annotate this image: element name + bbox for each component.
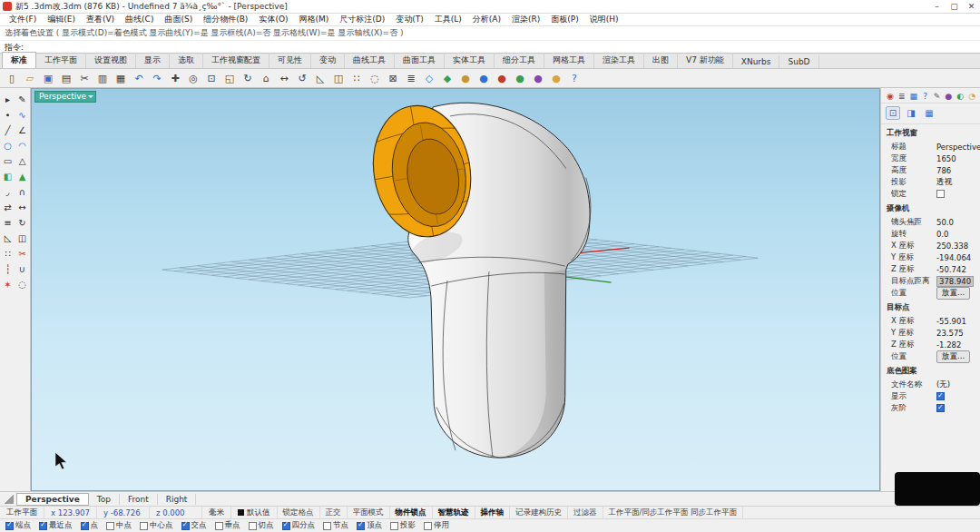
line-icon[interactable]: ╱ (1, 123, 15, 137)
property-value[interactable]: -194.064 (936, 253, 980, 262)
viewport-tab[interactable]: Right (158, 494, 197, 505)
toolbar-tab[interactable]: 渲染工具 (594, 53, 644, 68)
menu-item[interactable]: 尺寸标注(D) (334, 14, 390, 25)
menu-item[interactable]: 查看(V) (81, 14, 120, 25)
osnap-checkbox[interactable]: 切点 (249, 520, 274, 531)
viewport-tab[interactable]: Top (89, 494, 120, 505)
shaded-mode-icon[interactable]: ◆ (438, 70, 456, 86)
wireframe-mode-icon[interactable]: ◇ (420, 70, 438, 86)
maximize-button[interactable]: ▢ (946, 0, 963, 13)
toolbar-tab[interactable]: 选取 (170, 53, 203, 68)
property-value[interactable]: 250.338 (936, 241, 980, 251)
status-toggle[interactable]: 智慧轨迹 (433, 507, 475, 518)
transform-icon[interactable]: ⇄ (1, 200, 15, 214)
rendered-mode-icon[interactable]: ● (456, 70, 475, 86)
lock-icon[interactable]: ⊠ (384, 70, 402, 86)
status-toggle[interactable]: 过滤器 (568, 507, 603, 518)
display-sphere-purple-icon[interactable]: ● (529, 70, 547, 86)
split-icon[interactable]: ┆ (1, 261, 15, 276)
checkbox-icon[interactable] (424, 522, 432, 530)
help-panel-icon[interactable]: ? (921, 91, 930, 101)
osnap-checkbox[interactable]: 停用 (424, 520, 449, 531)
mirror-icon[interactable]: ◫ (329, 70, 348, 86)
menu-item[interactable]: 文件(F) (4, 14, 42, 25)
status-toggle[interactable]: 锁定格点 (278, 507, 320, 518)
property-value[interactable]: 0.0 (936, 230, 980, 239)
osnap-checkbox[interactable]: 中点 (106, 520, 132, 531)
toolbar-tab[interactable]: 变动 (311, 53, 345, 68)
wallpaper-page-icon[interactable]: ▦ (922, 106, 936, 120)
array-tool-icon[interactable]: ∷ (1, 246, 15, 261)
toolbar-tab[interactable]: SubD (779, 55, 818, 68)
menu-item[interactable]: 网格(M) (293, 14, 334, 25)
display-panel-icon[interactable]: ▦ (909, 91, 918, 101)
close-button[interactable]: ✕ (963, 0, 980, 13)
minimize-button[interactable]: – (928, 0, 946, 13)
viewport-tab[interactable]: Perspective (16, 493, 89, 506)
point-icon[interactable]: ∙ (1, 107, 15, 122)
toolbar-tab[interactable]: 网格工具 (544, 53, 594, 68)
home-view-icon[interactable]: ⌂ (257, 70, 275, 86)
selection-brush-icon[interactable]: ✎ (15, 92, 29, 106)
move-icon[interactable]: ↔ (275, 70, 293, 86)
property-value[interactable]: 23.575 (936, 329, 980, 338)
polyline-icon[interactable]: ∠ (15, 123, 29, 137)
menu-item[interactable]: 说明(H) (584, 14, 624, 25)
polygon-icon[interactable]: △ (15, 153, 29, 168)
viewport-title-label[interactable]: Perspective (34, 91, 96, 103)
osnap-checkbox[interactable]: 四分点 (282, 520, 316, 531)
property-value[interactable]: -50.742 (936, 265, 980, 274)
rotate-icon[interactable]: ↺ (293, 70, 311, 86)
mirror-tool-icon[interactable]: ◫ (15, 231, 29, 245)
fillet-icon[interactable]: ◞ (1, 184, 15, 199)
pan-icon[interactable]: ✚ (166, 70, 184, 86)
osnap-checkbox[interactable]: 节点 (323, 520, 348, 531)
rectangle-icon[interactable]: ▭ (1, 153, 15, 168)
display-sphere-green-icon[interactable]: ● (511, 70, 529, 86)
copy-tool-icon[interactable]: ≡ (1, 215, 15, 230)
checkbox-icon[interactable] (181, 522, 190, 530)
checkbox-icon[interactable] (323, 522, 331, 530)
perspective-viewport[interactable]: Perspective (31, 88, 880, 491)
property-value[interactable]: 透视 (936, 177, 980, 188)
property-value[interactable]: 放置... (936, 287, 970, 300)
trim-icon[interactable]: ✂ (15, 246, 29, 261)
toolbar-tab[interactable]: 曲面工具 (395, 53, 445, 68)
select-arrow-icon[interactable]: ▸ (1, 92, 15, 106)
command-prompt-input[interactable]: 指令: (0, 40, 980, 54)
osnap-checkbox[interactable]: 投影 (390, 520, 416, 531)
boolean-icon[interactable]: ∩ (15, 184, 29, 199)
status-toggle[interactable]: 正交 (320, 507, 348, 518)
osnap-checkbox[interactable]: 顶点 (357, 520, 382, 531)
properties-panel-icon[interactable]: ◉ (886, 91, 895, 101)
rotate-tool-icon[interactable]: ↻ (15, 215, 29, 230)
menu-item[interactable]: 细分物件(B) (198, 14, 253, 25)
toolbar-tab[interactable]: 显示 (136, 53, 170, 68)
property-value[interactable] (936, 392, 945, 400)
hide-icon[interactable]: ◌ (366, 70, 384, 86)
menu-item[interactable]: 渲染(R) (506, 14, 545, 25)
checkbox-icon[interactable] (282, 522, 290, 530)
layers-icon[interactable]: ≣ (402, 70, 420, 86)
arc-icon[interactable]: ◠ (15, 138, 29, 153)
menu-item[interactable]: 曲面(S) (159, 14, 198, 25)
curve-icon[interactable]: ∿ (15, 107, 29, 122)
checkbox-icon[interactable] (249, 522, 257, 530)
osnap-checkbox[interactable]: 端点 (5, 520, 31, 531)
notes-panel-icon[interactable]: ✎ (933, 91, 942, 101)
viewport-tab[interactable]: Front (120, 494, 158, 505)
zoom-window-icon[interactable]: ⊡ (202, 70, 220, 86)
checkbox-icon[interactable] (357, 522, 365, 530)
property-value[interactable]: -55.901 (936, 317, 980, 326)
osnap-checkbox[interactable]: 点 (81, 520, 99, 531)
environment-panel-icon[interactable]: ◐ (956, 91, 965, 101)
status-toggle[interactable]: 物件锁点 (390, 507, 433, 518)
toolbar-tab[interactable]: 标准 (2, 52, 36, 68)
menu-item[interactable]: 变动(T) (390, 14, 429, 25)
status-toggle[interactable]: 记录建构历史 (510, 507, 568, 518)
menu-item[interactable]: 编辑(E) (42, 14, 81, 25)
status-toggle[interactable]: 操作轴 (475, 507, 511, 518)
property-value[interactable] (936, 404, 945, 412)
toolbar-tab[interactable]: 工作平面 (36, 53, 86, 68)
camera-page-icon[interactable]: ◨ (904, 106, 918, 120)
